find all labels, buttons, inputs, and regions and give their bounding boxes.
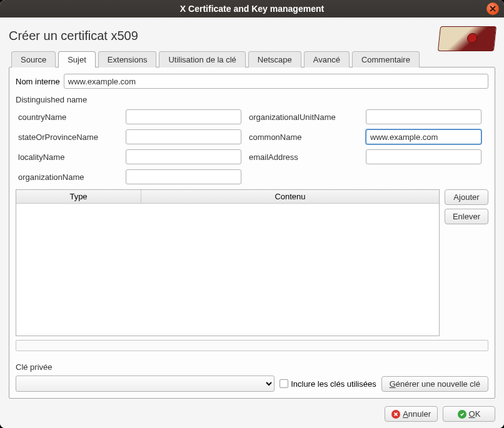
- page-title: Créer un certificat x509: [9, 26, 138, 48]
- tab-source[interactable]: Source: [11, 51, 56, 67]
- ok-button[interactable]: OK: [443, 406, 495, 422]
- dn-grid: countryName organizationalUnitName state…: [16, 108, 488, 186]
- dn-table-body: [16, 204, 439, 336]
- private-key-section: Clé privée Inclure les clés utilisées Gé…: [16, 360, 488, 392]
- dn-table-buttons: Ajouter Enlever: [445, 189, 488, 336]
- internal-name-label: Nom interne: [16, 77, 60, 86]
- countryname-label: countryName: [18, 112, 118, 122]
- window: X Certificate and Key management Créer u…: [0, 0, 504, 428]
- ou-label: organizationalUnitName: [249, 112, 358, 122]
- header-row: Créer un certificat x509: [9, 26, 495, 51]
- generate-key-button[interactable]: Générer une nouvelle clé: [381, 376, 488, 392]
- titlebar: X Certificate and Key management: [0, 0, 504, 17]
- column-content[interactable]: Contenu: [141, 190, 439, 203]
- include-keys-label: Inclure les clés utilisées: [291, 379, 376, 389]
- tab-extensions[interactable]: Extensions: [98, 51, 157, 67]
- cancel-button[interactable]: Annuler: [385, 406, 438, 422]
- private-key-label: Clé privée: [16, 362, 488, 372]
- tab-netscape[interactable]: Netscape: [248, 51, 301, 67]
- locality-label: localityName: [18, 152, 118, 162]
- locality-input[interactable]: [126, 149, 241, 164]
- cn-label: commonName: [249, 132, 358, 142]
- private-key-select[interactable]: [16, 376, 275, 392]
- cancel-icon: [391, 410, 400, 419]
- org-label: organizationName: [18, 172, 118, 182]
- tab-panel: Nom interne Distinguished name countryNa…: [9, 67, 495, 399]
- private-key-row: Inclure les clés utilisées Générer une n…: [16, 376, 488, 392]
- cn-input[interactable]: [366, 129, 481, 144]
- internal-name-input[interactable]: [64, 74, 488, 89]
- dn-table-row: Type Contenu Ajouter Enlever: [16, 189, 488, 336]
- internal-name-row: Nom interne: [16, 74, 488, 89]
- add-button[interactable]: Ajouter: [445, 189, 488, 205]
- remove-button[interactable]: Enlever: [445, 209, 488, 224]
- status-strip: [16, 340, 488, 351]
- content-area: Créer un certificat x509 Source Sujet Ex…: [0, 17, 504, 428]
- countryname-input[interactable]: [126, 109, 241, 124]
- ok-label: OK: [469, 409, 481, 419]
- app-logo: [438, 26, 496, 51]
- include-keys-checkbox-wrap[interactable]: Inclure les clés utilisées: [280, 379, 376, 389]
- tab-bar: Source Sujet Extensions Utilisation de l…: [9, 51, 495, 67]
- tab-advanced[interactable]: Avancé: [304, 51, 350, 67]
- tab-comment[interactable]: Commentaire: [352, 51, 420, 67]
- dn-group-label: Distinguished name: [16, 95, 488, 104]
- column-type[interactable]: Type: [16, 190, 141, 203]
- email-input[interactable]: [366, 149, 481, 164]
- ok-icon: [458, 410, 466, 419]
- ou-input[interactable]: [366, 109, 481, 124]
- window-close-button[interactable]: [486, 2, 499, 15]
- tab-key-usage[interactable]: Utilisation de la clé: [159, 51, 245, 67]
- org-input[interactable]: [126, 169, 241, 184]
- state-label: stateOrProvinceName: [18, 132, 118, 142]
- dialog-footer: Annuler OK: [9, 399, 495, 422]
- close-icon: [490, 6, 496, 12]
- state-input[interactable]: [126, 129, 241, 144]
- tab-sujet[interactable]: Sujet: [58, 51, 96, 67]
- checkbox-icon: [280, 379, 288, 388]
- dn-table-header: Type Contenu: [16, 190, 439, 204]
- window-title: X Certificate and Key management: [180, 4, 324, 14]
- email-label: emailAddress: [249, 152, 358, 162]
- dn-table[interactable]: Type Contenu: [16, 189, 440, 336]
- cancel-label: Annuler: [403, 409, 431, 419]
